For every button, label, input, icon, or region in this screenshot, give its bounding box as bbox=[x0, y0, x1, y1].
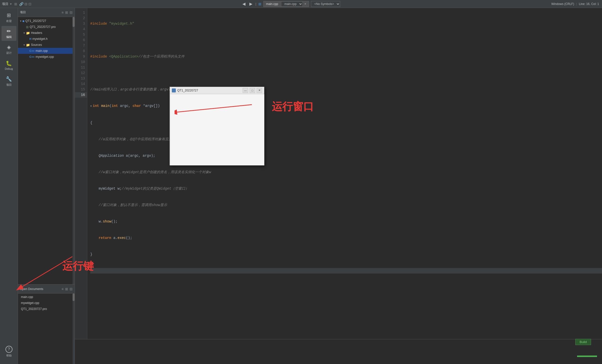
open-docs-add-icon[interactable]: ⊞ bbox=[65, 287, 68, 291]
open-docs-title: Open Documents bbox=[20, 287, 60, 291]
tree-root[interactable]: ▼ ■ QT1_20220727 bbox=[18, 18, 75, 24]
code-line-12: //窗口对象，默认不显示，需调用show显示 bbox=[90, 202, 602, 208]
float-window[interactable]: QT1_20220727 — □ ✕ bbox=[170, 87, 264, 165]
open-docs-sort-icon[interactable]: ≡ bbox=[62, 287, 64, 291]
top-bar-right: Windows (CRLF) | Line: 16, Col: 1 bbox=[548, 2, 602, 6]
close-tab-icon[interactable]: ✕ bbox=[304, 2, 306, 5]
panel-title: 项目 bbox=[20, 10, 60, 14]
symbol-dropdown[interactable]: <No Symbols> bbox=[311, 1, 340, 7]
project-label-text: 项目 bbox=[2, 2, 8, 6]
open-doc-main-label: main.cpp bbox=[21, 295, 33, 299]
pro-label: QT1_20220727.pro bbox=[30, 25, 56, 29]
code-line-1: #include "mywidget.h" bbox=[90, 21, 602, 26]
ln-6: 6 bbox=[75, 37, 87, 43]
panel-scrollbar[interactable] bbox=[73, 17, 75, 284]
code-line-5: //main程序入口，argc命令行变量的数量，argv命令行变量的数组 bbox=[90, 87, 602, 92]
sources-arrow: ▼ bbox=[22, 44, 26, 46]
float-maximize-btn[interactable]: □ bbox=[250, 88, 255, 93]
panel-minimize-icon[interactable]: ⊟ bbox=[70, 10, 73, 14]
headers-label: Headers bbox=[31, 31, 42, 35]
file-tab-main[interactable]: main.cpp main.cpp ✕ bbox=[263, 1, 309, 7]
tree-main-cpp[interactable]: C++ main.cpp bbox=[18, 48, 75, 54]
code-content[interactable]: #include "mywidget.h" #include <QApplica… bbox=[87, 8, 602, 339]
headers-arrow: ▼ bbox=[22, 32, 26, 34]
tree-headers-folder[interactable]: ▼ 📁 Headers bbox=[18, 30, 75, 36]
sidebar-edit-label: 编辑 bbox=[6, 35, 12, 39]
line-numbers: 1 2 3 4 5 6 7 8 9 10 11 12 13 14 15 16 bbox=[75, 8, 87, 339]
open-docs-header: Open Documents ≡ ⊞ ⊟ bbox=[18, 285, 75, 293]
open-doc-pro-label: QT1_20220727.pro bbox=[21, 307, 47, 311]
code-editor[interactable]: 1 2 3 4 5 6 7 8 9 10 11 12 13 14 15 16 #… bbox=[75, 8, 602, 339]
float-titlebar: QT1_20220727 — □ ✕ bbox=[170, 87, 264, 94]
open-doc-mywidget-label: mywidget.cpp bbox=[21, 301, 39, 305]
sidebar-debug-label: Debug bbox=[5, 67, 13, 70]
sidebar-item-help[interactable]: ? 帮助 bbox=[1, 344, 16, 359]
sources-label: Sources bbox=[31, 43, 42, 47]
cpp-icon-main: C++ bbox=[29, 49, 35, 52]
dropdown-arrow[interactable]: ▼ bbox=[9, 2, 12, 5]
ln-1: 1 bbox=[75, 10, 87, 15]
code-line-14: return a.exec(); bbox=[90, 235, 602, 241]
ln-3: 3 bbox=[75, 21, 87, 26]
cpp-icon-mywidget: C++ bbox=[29, 55, 35, 58]
project-icon: 🔧 bbox=[6, 76, 12, 82]
sidebar-item-design[interactable]: ◈ 设计 bbox=[1, 42, 16, 57]
panel-header: 项目 ≡ ⊞ ⊟ bbox=[18, 8, 75, 17]
left-sidebar: ⊞ 欢迎 ✏ 编辑 ◈ 设计 🐛 Debug 🔧 项目 ? 帮助 bbox=[0, 8, 18, 364]
float-content bbox=[170, 94, 264, 165]
float-close-btn[interactable]: ✕ bbox=[257, 88, 262, 93]
file-tree: ▼ ■ QT1_20220727 ⊞ QT1_20220727.pro ▼ 📁 … bbox=[18, 17, 75, 284]
ln-5: 5 bbox=[75, 32, 87, 37]
file-selector[interactable]: main.cpp bbox=[281, 1, 303, 7]
panel-add-icon[interactable]: ⊞ bbox=[65, 10, 68, 14]
nav-fwd-button[interactable]: ▶ bbox=[248, 1, 253, 7]
ln-15: 15 bbox=[75, 87, 87, 92]
sidebar-item-edit[interactable]: ✏ 编辑 bbox=[1, 26, 16, 41]
sidebar-project-label: 项目 bbox=[6, 83, 12, 87]
code-line-6: int main(int argc, char *argv[]) bbox=[90, 103, 602, 109]
build-button[interactable]: Build bbox=[575, 339, 591, 345]
code-line-8: //a应用程序对象，在QT中应用程序对象有且只有一个 bbox=[90, 137, 602, 142]
tree-sources-folder[interactable]: ▼ 📁 Sources bbox=[18, 42, 75, 48]
open-docs-minimize-icon[interactable]: ⊟ bbox=[70, 287, 73, 291]
h-label: mywidget.h bbox=[32, 37, 48, 41]
panel-sort-icon[interactable]: ≡ bbox=[62, 10, 64, 14]
run-window-annotation: 运行窗口 bbox=[272, 100, 314, 114]
open-docs-scrollbar[interactable] bbox=[73, 293, 75, 364]
ln-4: 4 bbox=[75, 26, 87, 32]
tree-mywidget-h[interactable]: H mywidget.h bbox=[18, 36, 75, 42]
line-col-sep: | bbox=[576, 2, 577, 6]
open-docs-scroll-thumb[interactable] bbox=[73, 293, 75, 301]
open-doc-main[interactable]: main.cpp bbox=[18, 294, 75, 300]
float-title-icon bbox=[172, 88, 176, 92]
sidebar-item-welcome[interactable]: ⊞ 欢迎 bbox=[1, 10, 16, 25]
sidebar-item-debug[interactable]: 🐛 Debug bbox=[1, 58, 16, 73]
ln-11: 11 bbox=[75, 65, 87, 70]
code-line-10: //w窗口对象，myWidget是用户创建的类名，用该类名实例化一个对象w bbox=[90, 169, 602, 175]
panel-scroll-thumb[interactable] bbox=[73, 17, 75, 27]
breadcrumb-sep: | bbox=[255, 2, 256, 6]
sidebar-item-project[interactable]: 🔧 项目 bbox=[1, 74, 16, 89]
edit-icon: ✏ bbox=[7, 28, 11, 34]
ln-12: 12 bbox=[75, 70, 87, 76]
tree-pro-file[interactable]: ⊞ QT1_20220727.pro bbox=[18, 24, 75, 30]
grid-icon: ⊟ bbox=[24, 2, 27, 6]
open-doc-pro[interactable]: QT1_20220727.pro bbox=[18, 306, 75, 312]
sidebar-welcome-label: 欢迎 bbox=[6, 19, 12, 23]
open-doc-mywidget[interactable]: mywidget.cpp bbox=[18, 300, 75, 306]
bottom-bar bbox=[75, 339, 602, 364]
design-icon: ◈ bbox=[7, 44, 11, 50]
help-icon: ? bbox=[5, 346, 12, 353]
root-label: QT1_20220727 bbox=[25, 19, 46, 23]
pro-file-icon: ⊞ bbox=[26, 25, 29, 29]
sidebar-design-label: 设计 bbox=[6, 51, 12, 55]
build-progress bbox=[577, 356, 597, 357]
link-icon: 🔗 bbox=[19, 2, 23, 6]
tree-mywidget-cpp[interactable]: C++ mywidget.cpp bbox=[18, 54, 75, 60]
nav-back-button[interactable]: ◀ bbox=[241, 1, 246, 7]
minimize-icon: ⊡ bbox=[28, 2, 31, 6]
float-minimize-btn[interactable]: — bbox=[243, 88, 248, 93]
main-cpp-label: main.cpp bbox=[36, 49, 48, 53]
top-bar: 项目 ▼ ⊞ 🔗 ⊟ ⊡ ◀ ▶ | ⊞ main.cpp main.cpp ✕… bbox=[0, 0, 602, 8]
code-line-7: { bbox=[90, 120, 602, 126]
